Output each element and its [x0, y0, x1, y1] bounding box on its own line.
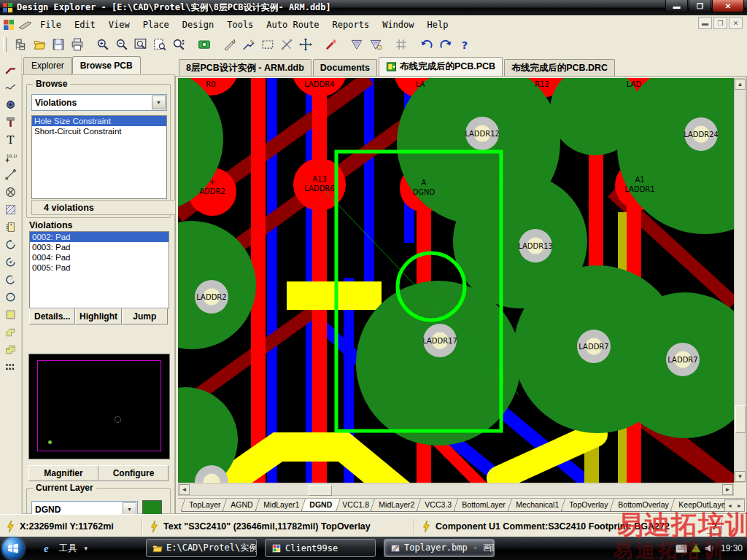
shade-a-icon[interactable]	[347, 35, 366, 54]
chevron-down-icon[interactable]: ▼	[152, 96, 166, 109]
scroll-up-icon[interactable]: ▲	[735, 79, 746, 90]
help-icon[interactable]: ?	[455, 35, 474, 54]
via-icon[interactable]	[2, 96, 20, 113]
fill-rect-icon[interactable]	[2, 306, 20, 323]
document-tab-布线完成后的pcb-pcb[interactable]: 布线完成后的PCB.PCB	[379, 57, 503, 76]
plane-tool-icon[interactable]	[2, 341, 20, 358]
undo-icon[interactable]	[417, 35, 436, 54]
menu-tools[interactable]: Tools	[220, 18, 260, 32]
menu-auto-route[interactable]: Auto Route	[260, 18, 325, 32]
knife-icon[interactable]	[220, 35, 239, 54]
hatch-icon[interactable]	[2, 201, 20, 218]
menu-edit[interactable]: Edit	[68, 18, 102, 32]
layer-tab-bottomlayer[interactable]: BottomLayer	[453, 499, 514, 512]
menu-place[interactable]: Place	[136, 18, 176, 32]
scroll-left-icon[interactable]: ◄	[179, 484, 190, 495]
configure-button[interactable]: Configure	[98, 465, 169, 481]
violation-item[interactable]: 0002: Pad	[30, 232, 169, 242]
arc-center-icon[interactable]	[2, 253, 20, 271]
track-icon[interactable]	[2, 61, 20, 78]
scroll-right-icon[interactable]: ►	[722, 484, 733, 495]
explorer-toggle-icon[interactable]	[11, 35, 30, 54]
layer-pager-left-icon[interactable]: ◄	[727, 503, 732, 508]
taskbar-task-client99se[interactable]: Client99se	[265, 539, 376, 557]
jump-button[interactable]: Jump	[122, 308, 168, 324]
browse-mode-dropdown[interactable]: Violations ▼	[31, 94, 167, 111]
text-icon[interactable]: T	[2, 131, 20, 148]
status-help-button[interactable]: ?	[706, 518, 722, 534]
menu-help[interactable]: Help	[421, 18, 455, 32]
zoom-in-icon[interactable]	[93, 35, 112, 54]
polygon-tool-icon[interactable]	[2, 323, 20, 341]
menu-reports[interactable]: Reports	[326, 18, 376, 32]
tools-toolbar-label[interactable]: 工具	[59, 542, 77, 555]
menu-design[interactable]: Design	[176, 18, 220, 32]
tab-explorer[interactable]: Explorer	[23, 57, 72, 74]
minimize-button[interactable]: ▬	[665, 0, 688, 12]
tab-browse-pcb[interactable]: Browse PCB	[72, 56, 141, 74]
magnifier-button[interactable]: Magnifier	[28, 465, 98, 481]
circle-tool-icon[interactable]	[2, 288, 20, 306]
taskbar-task-e-cad-protel-实例[interactable]: E:\CAD\Protel\实例	[146, 539, 257, 557]
violation-list[interactable]: 0002: Pad0003: Pad0004: Pad0005: Pad	[29, 231, 169, 308]
menu-file[interactable]: File	[34, 18, 68, 32]
save-icon[interactable]	[49, 35, 68, 54]
polyline-icon[interactable]	[239, 35, 258, 54]
layer-tab-mechanical1[interactable]: Mechanical1	[507, 499, 568, 512]
zoom-point-icon[interactable]	[169, 35, 188, 54]
keyboard-tray-icon[interactable]	[676, 544, 687, 553]
redo-icon[interactable]	[436, 35, 455, 54]
menu-view[interactable]: View	[102, 18, 136, 32]
zoom-out-icon[interactable]	[112, 35, 131, 54]
document-tab-8层pcb设计实例-arm-ddb[interactable]: 8层PCB设计实例 - ARM.ddb	[179, 59, 311, 76]
select-area-icon[interactable]	[258, 35, 277, 54]
ie-icon[interactable]: e	[44, 542, 49, 555]
taskbar-task-toplayer-bmp-画图[interactable]: Toplayer.bmp - 画图	[384, 539, 495, 557]
restore-button[interactable]: ❐	[689, 0, 711, 12]
zoom-sheet-icon[interactable]	[150, 35, 169, 54]
measure-icon[interactable]	[2, 166, 20, 183]
constraint-item[interactable]: Hole Size Constraint	[32, 116, 166, 126]
highlight-button[interactable]: Highlight	[75, 308, 121, 324]
toolbar-handle[interactable]	[3, 37, 7, 52]
grid-icon[interactable]	[392, 35, 411, 54]
pad-icon[interactable]	[2, 113, 20, 131]
zoom-area-icon[interactable]	[131, 35, 150, 54]
array-tool-icon[interactable]	[2, 358, 20, 376]
coord-icon[interactable]: 10,10	[2, 148, 20, 166]
layer-tab-midlayer2[interactable]: MidLayer2	[370, 499, 423, 512]
chevron-down-icon[interactable]: ▼	[83, 545, 89, 552]
magnifier-preview[interactable]	[28, 354, 170, 459]
arc-icon[interactable]	[2, 78, 20, 96]
keepout-icon[interactable]	[2, 183, 20, 201]
document-tab-布线完成后的pcb-drc[interactable]: 布线完成后的PCB.DRC	[504, 59, 615, 76]
layer-tab-dgnd[interactable]: DGND	[301, 499, 341, 512]
document-tab-documents[interactable]: Documents	[313, 59, 377, 76]
component-icon[interactable]	[2, 218, 20, 236]
violation-item[interactable]: 0003: Pad	[30, 242, 169, 252]
mdi-close-button[interactable]: ✕	[729, 17, 743, 29]
arc-any-icon[interactable]	[2, 271, 20, 288]
start-button[interactable]	[2, 537, 24, 559]
layer-tab-bottomoverlay[interactable]: BottomOverlay	[609, 499, 677, 512]
horizontal-scroll-thumb[interactable]	[309, 485, 332, 496]
arc-edge-icon[interactable]	[2, 236, 20, 253]
constraint-list[interactable]: Hole Size ConstraintShort-Circuit Constr…	[31, 115, 167, 199]
violation-item[interactable]: 0004: Pad	[30, 252, 169, 262]
shade-b-icon[interactable]	[366, 35, 385, 54]
layer-pager-right-icon[interactable]: ►	[737, 503, 742, 508]
volume-tray-icon[interactable]	[705, 543, 715, 553]
vertical-scroll-thumb[interactable]	[735, 405, 746, 433]
details-button[interactable]: Details...	[29, 308, 75, 324]
layer-tab-midlayer1[interactable]: MidLayer1	[255, 499, 308, 512]
layer-tab-topoverlay[interactable]: TopOverlay	[560, 499, 616, 512]
close-button[interactable]: ✕	[712, 0, 744, 12]
mdi-minimize-button[interactable]: ▬	[698, 17, 712, 29]
mdi-restore-button[interactable]: ❐	[713, 17, 727, 29]
print-icon[interactable]	[68, 35, 87, 54]
move-cross-icon[interactable]	[296, 35, 315, 54]
constraint-item[interactable]: Short-Circuit Constraint	[32, 126, 166, 136]
ime-tray-icon[interactable]	[691, 543, 701, 553]
vertical-scrollbar[interactable]: ▲ ▼	[734, 78, 746, 483]
scroll-down-icon[interactable]: ▼	[735, 471, 746, 482]
